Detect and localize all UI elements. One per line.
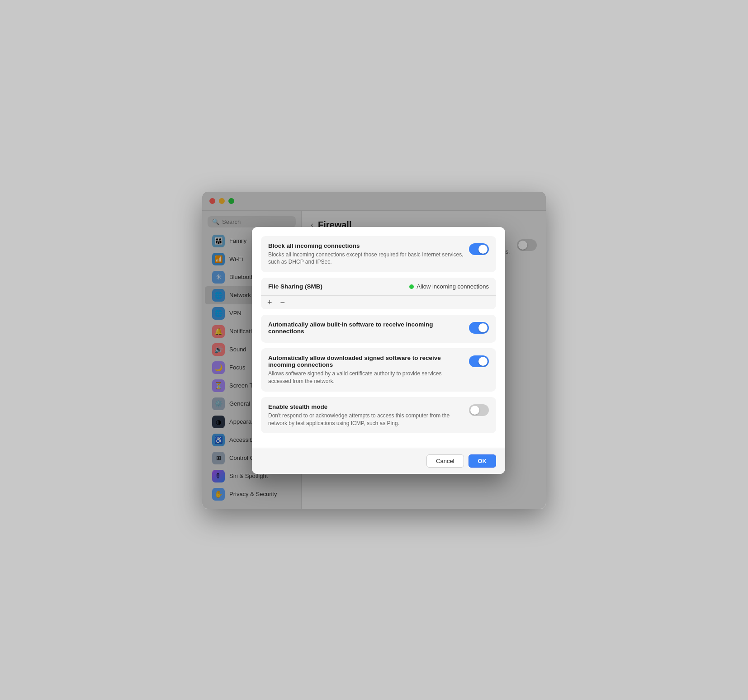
auto-downloaded-section: Automatically allow downloaded signed so… (261, 348, 496, 392)
file-sharing-controls: + − (261, 295, 496, 309)
auto-downloaded-desc: Allows software signed by a valid certif… (268, 370, 464, 385)
remove-app-button[interactable]: − (279, 298, 287, 307)
auto-builtin-section: Automatically allow built-in software to… (261, 315, 496, 343)
status-label: Allow incoming connections (417, 283, 489, 290)
block-incoming-row: Block all incoming connections Blocks al… (268, 242, 489, 266)
main-area: 🔍 👨‍👩‍👧 Family 📶 Wi-Fi ✳ Bluetooth 🌐 Net… (202, 211, 546, 509)
stealth-mode-title: Enable stealth mode (268, 403, 464, 410)
firewall-options-modal: Block all incoming connections Blocks al… (252, 227, 505, 474)
modal-overlay: Block all incoming connections Blocks al… (202, 192, 546, 509)
file-sharing-name: File Sharing (SMB) (268, 283, 322, 290)
auto-downloaded-toggle[interactable] (469, 355, 489, 367)
add-app-button[interactable]: + (265, 298, 274, 307)
status-dot (409, 284, 414, 289)
ok-button[interactable]: OK (469, 454, 497, 468)
file-sharing-row: File Sharing (SMB) Allow incoming connec… (261, 278, 496, 295)
auto-builtin-title: Automatically allow built-in software to… (268, 321, 464, 335)
block-incoming-desc: Blocks all incoming connections except t… (268, 251, 464, 266)
stealth-mode-row: Enable stealth mode Don't respond to or … (268, 403, 489, 427)
auto-builtin-toggle[interactable] (469, 322, 489, 334)
stealth-mode-toggle[interactable] (469, 404, 489, 416)
block-incoming-toggle[interactable] (469, 243, 489, 255)
stealth-mode-section: Enable stealth mode Don't respond to or … (261, 397, 496, 434)
modal-body: Block all incoming connections Blocks al… (252, 227, 505, 448)
stealth-mode-desc: Don't respond to or acknowledge attempts… (268, 412, 464, 427)
main-window: 🔍 👨‍👩‍👧 Family 📶 Wi-Fi ✳ Bluetooth 🌐 Net… (202, 192, 546, 509)
modal-footer: Cancel OK (252, 448, 505, 474)
cancel-button[interactable]: Cancel (426, 454, 464, 468)
auto-downloaded-row: Automatically allow downloaded signed so… (268, 355, 489, 385)
block-incoming-title: Block all incoming connections (268, 242, 464, 249)
connection-status: Allow incoming connections (409, 283, 489, 290)
auto-builtin-row: Automatically allow built-in software to… (268, 321, 489, 336)
content-area: ‹ Firewall 🛡 Firewall The firewall is tu… (302, 211, 546, 509)
block-incoming-section: Block all incoming connections Blocks al… (261, 236, 496, 273)
file-sharing-section: File Sharing (SMB) Allow incoming connec… (261, 278, 496, 309)
auto-downloaded-title: Automatically allow downloaded signed so… (268, 355, 464, 368)
